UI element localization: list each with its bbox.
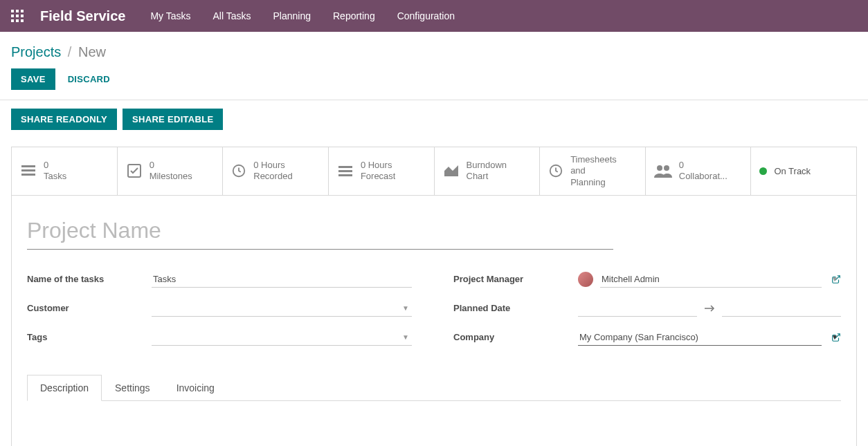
main-menu: My Tasks All Tasks Planning Reporting Co… xyxy=(150,10,455,21)
stat-status-label: On Track xyxy=(774,166,811,176)
label-company: Company xyxy=(453,332,578,342)
svg-line-22 xyxy=(835,334,840,338)
sheet-body: Name of the tasks Customer ▼ Tags xyxy=(12,196,856,446)
planned-date-from-input[interactable] xyxy=(578,300,697,317)
breadcrumb-current: New xyxy=(78,44,106,59)
company-input[interactable] xyxy=(578,329,822,346)
form-col-right: Project Manager ▼ Planned Date xyxy=(453,270,841,357)
stat-status[interactable]: On Track xyxy=(751,147,856,195)
stat-timesheets-line2: and xyxy=(570,165,617,176)
users-icon xyxy=(654,164,672,178)
stat-milestones-value: 0 xyxy=(150,160,192,171)
row-customer: Customer ▼ xyxy=(27,299,412,317)
svg-rect-0 xyxy=(11,10,14,12)
discard-button[interactable]: DISCARD xyxy=(64,68,114,90)
row-tasks-name: Name of the tasks xyxy=(27,270,412,288)
tab-invoicing[interactable]: Invoicing xyxy=(163,375,228,401)
menu-all-tasks[interactable]: All Tasks xyxy=(213,10,251,21)
menu-reporting[interactable]: Reporting xyxy=(333,10,375,21)
stat-milestones-label: Milestones xyxy=(150,171,192,182)
project-name-input[interactable] xyxy=(27,215,613,250)
row-project-manager: Project Manager ▼ xyxy=(453,270,841,288)
external-link-icon[interactable] xyxy=(831,275,841,284)
tabs: Description Settings Invoicing xyxy=(27,374,841,401)
stat-burndown-line2: Chart xyxy=(467,171,507,182)
milestones-icon xyxy=(126,162,143,179)
label-tags: Tags xyxy=(27,332,152,342)
svg-rect-15 xyxy=(338,170,352,172)
svg-rect-1 xyxy=(16,10,19,12)
stat-tasks-value: 0 xyxy=(44,160,66,171)
stat-recorded-label: Recorded xyxy=(253,171,292,182)
tags-input[interactable] xyxy=(152,329,412,346)
clock-icon xyxy=(231,163,246,178)
stat-buttons: 0 Tasks 0 Milestones 0 H xyxy=(12,147,856,196)
stat-collab-value: 0 xyxy=(679,160,727,171)
row-tags: Tags ▼ xyxy=(27,328,412,346)
project-manager-input[interactable] xyxy=(600,271,822,288)
breadcrumb-separator: / xyxy=(68,44,72,59)
svg-rect-4 xyxy=(16,15,19,17)
tab-content xyxy=(27,401,841,446)
label-project-manager: Project Manager xyxy=(453,274,578,284)
stat-recorded-value: 0 Hours xyxy=(253,160,292,171)
stat-timesheets[interactable]: Timesheets and Planning xyxy=(540,147,646,195)
save-button[interactable]: SAVE xyxy=(11,68,55,90)
arrow-right-icon xyxy=(704,305,715,312)
form-col-left: Name of the tasks Customer ▼ Tags xyxy=(27,270,412,357)
stat-collaborators[interactable]: 0 Collaborat... xyxy=(646,147,752,195)
share-readonly-button[interactable]: SHARE READONLY xyxy=(11,109,117,130)
stat-forecast[interactable]: 0 Hours Forecast xyxy=(329,147,435,195)
forecast-icon xyxy=(337,162,354,179)
breadcrumb: Projects / New xyxy=(11,44,857,60)
stat-recorded[interactable]: 0 Hours Recorded xyxy=(223,147,329,195)
svg-rect-5 xyxy=(21,15,24,17)
apps-icon[interactable] xyxy=(11,10,24,22)
tasks-name-input[interactable] xyxy=(152,271,412,288)
stat-tasks-label: Tasks xyxy=(44,171,66,182)
stat-timesheets-line1: Timesheets xyxy=(570,154,617,165)
breadcrumb-row: Projects / New xyxy=(0,32,868,68)
content-wrap: 0 Tasks 0 Milestones 0 H xyxy=(0,147,868,446)
svg-rect-16 xyxy=(338,174,352,176)
area-chart-icon xyxy=(443,164,460,178)
menu-planning[interactable]: Planning xyxy=(273,10,311,21)
stat-timesheets-line3: Planning xyxy=(570,177,617,188)
row-company: Company ▼ xyxy=(453,328,841,346)
actions-row: SAVE DISCARD xyxy=(0,68,868,100)
svg-rect-8 xyxy=(21,19,24,22)
top-nav: Field Service My Tasks All Tasks Plannin… xyxy=(0,0,868,32)
share-editable-button[interactable]: SHARE EDITABLE xyxy=(123,109,223,130)
form-grid: Name of the tasks Customer ▼ Tags xyxy=(27,270,841,357)
row-planned-date: Planned Date xyxy=(453,299,841,317)
stat-forecast-label: Forecast xyxy=(361,171,396,182)
menu-configuration[interactable]: Configuration xyxy=(397,10,455,21)
svg-point-19 xyxy=(664,165,669,171)
planned-date-to-input[interactable] xyxy=(722,300,841,317)
svg-rect-3 xyxy=(11,15,14,17)
clock-icon-2 xyxy=(548,163,563,178)
stat-collab-label: Collaborat... xyxy=(679,171,727,182)
breadcrumb-projects[interactable]: Projects xyxy=(11,44,61,59)
stat-burndown[interactable]: Burndown Chart xyxy=(435,147,541,195)
external-link-icon[interactable] xyxy=(831,333,841,342)
svg-rect-11 xyxy=(21,174,35,176)
label-customer: Customer xyxy=(27,303,152,313)
form-sheet: 0 Tasks 0 Milestones 0 H xyxy=(11,147,857,446)
tab-settings[interactable]: Settings xyxy=(102,375,163,401)
svg-rect-9 xyxy=(21,165,35,167)
status-dot-icon xyxy=(759,167,767,175)
svg-rect-6 xyxy=(11,19,14,22)
label-tasks-name: Name of the tasks xyxy=(27,274,152,284)
customer-input[interactable] xyxy=(152,300,412,317)
stat-milestones[interactable]: 0 Milestones xyxy=(118,147,224,195)
menu-my-tasks[interactable]: My Tasks xyxy=(150,10,190,21)
brand-title[interactable]: Field Service xyxy=(40,8,125,24)
stat-tasks[interactable]: 0 Tasks xyxy=(12,147,118,195)
avatar xyxy=(578,272,593,287)
share-row: SHARE READONLY SHARE EDITABLE xyxy=(0,100,868,138)
tab-description[interactable]: Description xyxy=(27,375,102,401)
label-planned-date: Planned Date xyxy=(453,303,578,313)
svg-point-18 xyxy=(657,165,662,171)
svg-line-20 xyxy=(835,276,840,280)
